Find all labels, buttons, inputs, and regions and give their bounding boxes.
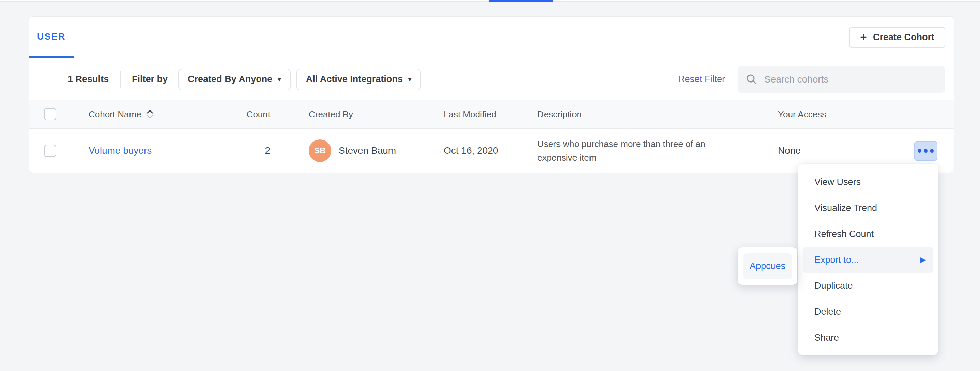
integrations-dropdown[interactable]: All Active Integrations ▾ [296, 68, 421, 90]
created-by-dropdown-label: Created By Anyone [188, 74, 272, 84]
select-all-checkbox[interactable] [44, 108, 56, 120]
search-cohorts-box[interactable] [738, 66, 945, 93]
vertical-divider [120, 71, 121, 88]
cohort-count: 2 [175, 145, 270, 156]
filter-by-label: Filter by [132, 74, 168, 84]
ellipsis-icon [918, 149, 934, 153]
header-count: Count [175, 109, 270, 120]
integrations-dropdown-label: All Active Integrations [306, 74, 403, 84]
menu-item-refresh-count[interactable]: Refresh Count [798, 221, 938, 247]
active-top-tab-indicator [489, 0, 553, 2]
search-input[interactable] [764, 74, 937, 85]
tab-user[interactable]: USER [29, 17, 74, 58]
menu-item-view-users[interactable]: View Users [798, 169, 938, 195]
top-nav-strip [0, 0, 980, 2]
results-count: 1 Results [68, 74, 109, 84]
header-your-access: Your Access [778, 109, 877, 120]
creator-name: Steven Baum [339, 145, 396, 156]
filter-bar: 1 Results Filter by Created By Anyone ▾ … [29, 58, 954, 100]
created-by-dropdown[interactable]: Created By Anyone ▾ [178, 68, 291, 90]
search-icon [746, 74, 757, 85]
menu-item-export-to[interactable]: Export to... ▶ [803, 247, 933, 273]
last-modified-date: Oct 16, 2020 [444, 145, 498, 156]
row-checkbox[interactable] [44, 145, 56, 157]
access-value: None [778, 145, 801, 156]
header-last-modified: Last Modified [444, 109, 538, 120]
header-description: Description [538, 109, 778, 120]
row-actions-button[interactable] [914, 141, 937, 161]
create-cohort-label: Create Cohort [873, 32, 934, 43]
caret-down-icon: ▾ [408, 76, 412, 83]
menu-item-share[interactable]: Share [798, 325, 938, 350]
row-actions-menu: View Users Visualize Trend Refresh Count… [798, 164, 938, 355]
export-submenu: Appcues [738, 247, 797, 285]
caret-down-icon: ▾ [278, 76, 281, 83]
menu-item-visualize-trend[interactable]: Visualize Trend [798, 195, 938, 221]
menu-item-delete[interactable]: Delete [798, 299, 938, 325]
cohort-description: Users who purchase more than three of an… [538, 137, 728, 164]
avatar: SB [309, 140, 331, 162]
menu-item-duplicate[interactable]: Duplicate [798, 273, 938, 299]
reset-filter-link[interactable]: Reset Filter [678, 74, 725, 84]
submenu-arrow-icon: ▶ [920, 256, 926, 264]
cohorts-panel: USER + Create Cohort 1 Results Filter by… [29, 16, 954, 173]
submenu-item-appcues[interactable]: Appcues [743, 253, 792, 279]
menu-item-export-to-label: Export to... [815, 255, 859, 265]
create-cohort-button[interactable]: + Create Cohort [849, 27, 945, 48]
plus-icon: + [860, 31, 867, 43]
tab-user-label: USER [37, 31, 66, 42]
tab-row: USER + Create Cohort [29, 17, 954, 58]
table-header-row: Cohort Name Count Created By Last Modifi… [29, 100, 954, 129]
sort-icon[interactable] [146, 109, 154, 119]
header-created-by: Created By [309, 109, 444, 120]
cohort-name-link[interactable]: Volume buyers [89, 145, 152, 156]
header-cohort-name[interactable]: Cohort Name [89, 109, 142, 120]
